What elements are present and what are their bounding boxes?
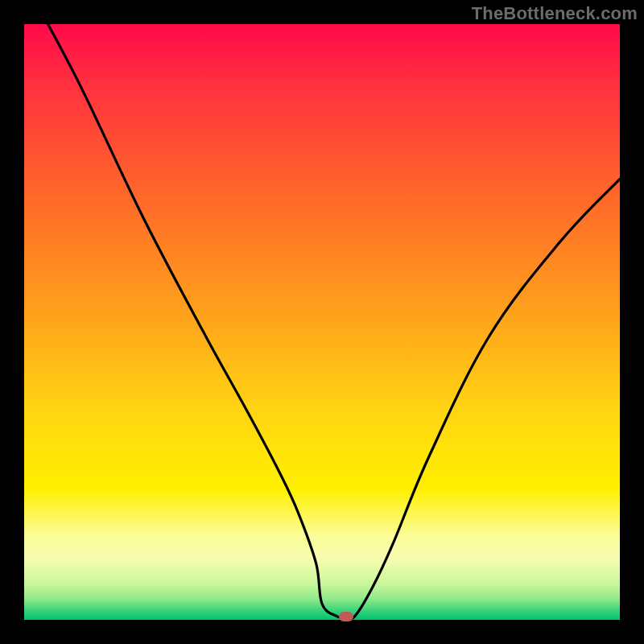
- line-chart: [24, 24, 620, 620]
- min-point-marker: [339, 612, 353, 621]
- chart-frame: TheBottleneck.com: [0, 0, 644, 644]
- curve-path: [48, 24, 620, 619]
- plot-area: [24, 24, 620, 620]
- watermark-text: TheBottleneck.com: [472, 3, 638, 24]
